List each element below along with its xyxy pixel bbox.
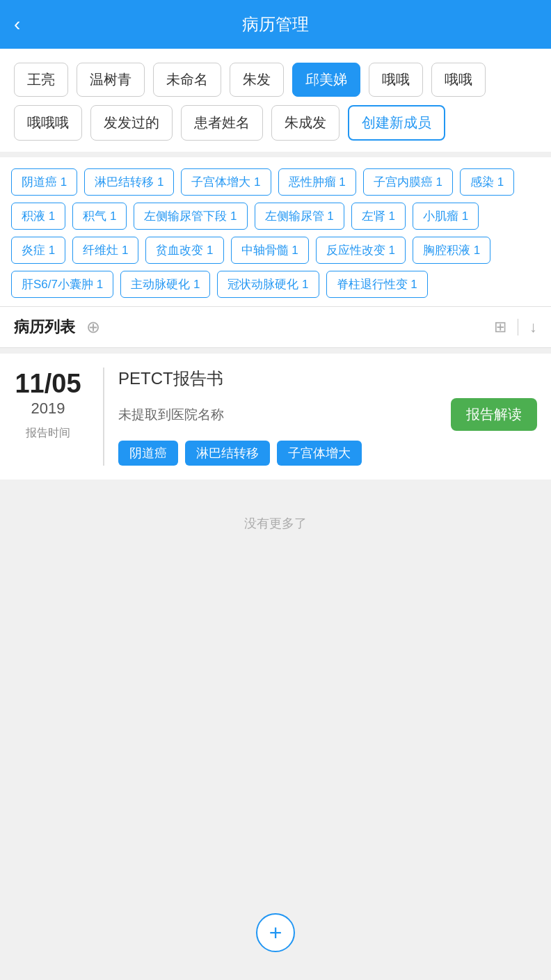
member-btn-7[interactable]: 哦哦哦 — [14, 105, 82, 141]
record-date-col: 11/05 2019 报告时间 — [0, 368, 104, 466]
tag-btn-5[interactable]: 感染 1 — [460, 168, 514, 196]
tags-section: 阴道癌 1 淋巴结转移 1 子宫体增大 1 恶性肿瘤 1 子宫内膜癌 1 感染 … — [0, 157, 551, 306]
record-date-year: 2019 — [31, 400, 65, 418]
record-type: PETCT报告书 — [118, 368, 537, 390]
tag-btn-3[interactable]: 恶性肿瘤 1 — [278, 168, 356, 196]
record-date-day: 11/05 — [15, 370, 81, 397]
tag-btn-15[interactable]: 中轴骨髓 1 — [231, 237, 309, 264]
grid-view-icon[interactable]: ⊞ — [494, 318, 506, 336]
member-btn-3[interactable]: 朱发 — [230, 63, 284, 97]
tag-btn-8[interactable]: 左侧输尿管下段 1 — [134, 203, 247, 230]
header: ‹ 病历管理 — [0, 0, 551, 49]
create-member-button[interactable]: 创建新成员 — [348, 105, 445, 141]
record-tag-0[interactable]: 阴道癌 — [118, 441, 178, 466]
tag-btn-19[interactable]: 主动脉硬化 1 — [120, 271, 210, 298]
list-actions: ⊞ ↓ — [494, 318, 537, 336]
no-more-section: 没有更多了 + — [0, 480, 551, 980]
tag-btn-6[interactable]: 积液 1 — [11, 203, 65, 230]
tag-btn-16[interactable]: 反应性改变 1 — [316, 237, 406, 264]
tag-btn-14[interactable]: 贫血改变 1 — [145, 237, 223, 264]
record-tag-2[interactable]: 子宫体增大 — [277, 441, 362, 466]
record-tag-1[interactable]: 淋巴结转移 — [185, 441, 270, 466]
tag-btn-4[interactable]: 子宫内膜癌 1 — [363, 168, 453, 196]
tag-btn-12[interactable]: 炎症 1 — [11, 237, 65, 264]
record-date-label: 报告时间 — [26, 426, 70, 441]
tag-btn-9[interactable]: 左侧输尿管 1 — [255, 203, 344, 230]
tag-btn-11[interactable]: 小肌瘤 1 — [413, 203, 479, 230]
tag-btn-18[interactable]: 肝S6/7小囊肿 1 — [11, 271, 113, 298]
tag-btn-21[interactable]: 脊柱退行性变 1 — [326, 271, 428, 298]
interpret-button[interactable]: 报告解读 — [451, 398, 537, 431]
record-card: 11/05 2019 报告时间 PETCT报告书 未提取到医院名称 报告解读 阴… — [0, 354, 551, 480]
tag-btn-7[interactable]: 积气 1 — [72, 203, 127, 230]
list-separator — [518, 319, 518, 335]
record-hospital-row: 未提取到医院名称 报告解读 — [118, 398, 537, 431]
tag-btn-2[interactable]: 子宫体增大 1 — [181, 168, 271, 196]
back-button[interactable]: ‹ — [14, 13, 20, 35]
member-btn-1[interactable]: 温树青 — [77, 63, 145, 97]
member-grid: 王亮 温树青 未命名 朱发 邱美娣 哦哦 哦哦 哦哦哦 发发过的 患者姓名 朱成… — [14, 63, 537, 141]
add-record-button[interactable]: ⊕ — [86, 317, 100, 337]
tag-btn-10[interactable]: 左肾 1 — [351, 203, 406, 230]
member-btn-2[interactable]: 未命名 — [153, 63, 221, 97]
list-title: 病历列表 — [14, 317, 75, 338]
divider-1 — [0, 152, 551, 157]
record-content: PETCT报告书 未提取到医院名称 报告解读 阴道癌 淋巴结转移 子宫体增大 — [104, 368, 537, 466]
record-section: 11/05 2019 报告时间 PETCT报告书 未提取到医院名称 报告解读 阴… — [0, 354, 551, 480]
tag-btn-0[interactable]: 阴道癌 1 — [11, 168, 77, 196]
member-section: 王亮 温树青 未命名 朱发 邱美娣 哦哦 哦哦 哦哦哦 发发过的 患者姓名 朱成… — [0, 49, 551, 152]
tags-wrap: 阴道癌 1 淋巴结转移 1 子宫体增大 1 恶性肿瘤 1 子宫内膜癌 1 感染 … — [11, 168, 540, 298]
tag-btn-20[interactable]: 冠状动脉硬化 1 — [217, 271, 319, 298]
tag-btn-1[interactable]: 淋巴结转移 1 — [84, 168, 174, 196]
no-more-text: 没有更多了 — [244, 515, 307, 532]
tag-btn-13[interactable]: 纤维灶 1 — [72, 237, 138, 264]
member-btn-6[interactable]: 哦哦 — [431, 63, 486, 97]
list-header: 病历列表 ⊕ ⊞ ↓ — [0, 306, 551, 348]
download-icon[interactable]: ↓ — [529, 318, 537, 336]
member-btn-8[interactable]: 发发过的 — [90, 105, 173, 141]
member-btn-10[interactable]: 朱成发 — [271, 105, 340, 141]
member-btn-0[interactable]: 王亮 — [14, 63, 68, 97]
page-title: 病历管理 — [242, 13, 309, 35]
member-btn-9[interactable]: 患者姓名 — [181, 105, 263, 141]
member-btn-4[interactable]: 邱美娣 — [292, 63, 360, 97]
record-tags: 阴道癌 淋巴结转移 子宫体增大 — [118, 441, 537, 466]
member-btn-5[interactable]: 哦哦 — [369, 63, 423, 97]
fab-add-button[interactable]: + — [256, 913, 295, 952]
record-hospital: 未提取到医院名称 — [118, 406, 224, 424]
tag-btn-17[interactable]: 胸腔积液 1 — [413, 237, 490, 264]
